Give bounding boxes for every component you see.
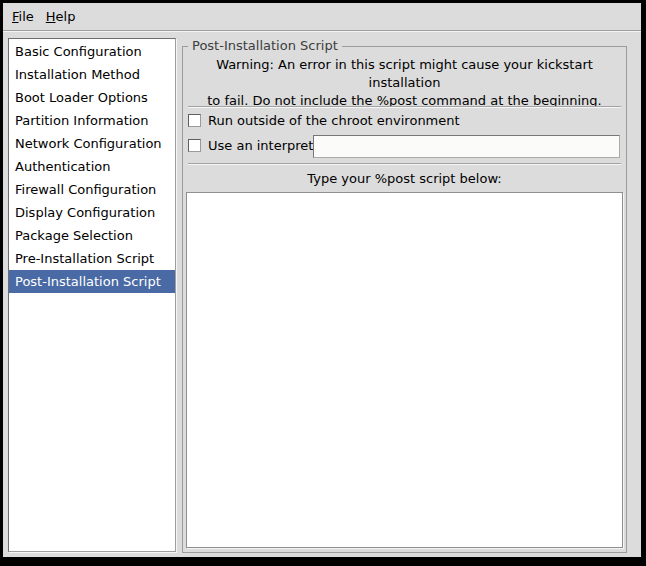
sidebar-item-post-installation-script[interactable]: Post-Installation Script bbox=[9, 270, 175, 293]
sidebar-list[interactable]: Basic ConfigurationInstallation MethodBo… bbox=[8, 38, 176, 552]
sidebar-item-pre-installation-script[interactable]: Pre-Installation Script bbox=[9, 247, 175, 270]
post-installation-frame: Post-Installation Script Warning: An err… bbox=[182, 46, 627, 553]
warning-line-1: Warning: An error in this script might c… bbox=[183, 56, 626, 92]
warning-text: Warning: An error in this script might c… bbox=[183, 56, 626, 110]
sidebar-item-basic-configuration[interactable]: Basic Configuration bbox=[9, 40, 175, 63]
script-below-label: Type your %post script below: bbox=[183, 170, 626, 187]
interpreter-checkbox-box[interactable] bbox=[188, 139, 201, 152]
sidebar-item-boot-loader-options[interactable]: Boot Loader Options bbox=[9, 86, 175, 109]
chroot-checkbox-label[interactable]: Run outside of the chroot environment bbox=[208, 110, 460, 132]
separator bbox=[188, 106, 621, 108]
sidebar-item-installation-method[interactable]: Installation Method bbox=[9, 63, 175, 86]
post-script-textarea[interactable] bbox=[186, 192, 623, 548]
frame-title: Post-Installation Script bbox=[188, 38, 342, 54]
menubar: File Help bbox=[3, 3, 641, 31]
checkbox-run-outside-chroot[interactable]: Run outside of the chroot environment bbox=[183, 110, 626, 133]
app-content: File Help Basic ConfigurationInstallatio… bbox=[3, 3, 641, 557]
menu-item-file[interactable]: File bbox=[6, 5, 40, 28]
menu-item-help[interactable]: Help bbox=[40, 5, 82, 28]
separator bbox=[188, 163, 621, 165]
checkbox-use-interpreter[interactable]: Use an interpreter: bbox=[183, 135, 626, 158]
sidebar-item-package-selection[interactable]: Package Selection bbox=[9, 224, 175, 247]
app-window: File Help Basic ConfigurationInstallatio… bbox=[0, 0, 646, 566]
sidebar-item-firewall-configuration[interactable]: Firewall Configuration bbox=[9, 178, 175, 201]
sidebar-item-network-configuration[interactable]: Network Configuration bbox=[9, 132, 175, 155]
sidebar-item-display-configuration[interactable]: Display Configuration bbox=[9, 201, 175, 224]
interpreter-input[interactable] bbox=[313, 135, 620, 158]
chroot-checkbox-box[interactable] bbox=[188, 114, 201, 127]
sidebar-item-partition-information[interactable]: Partition Information bbox=[9, 109, 175, 132]
sidebar-item-authentication[interactable]: Authentication bbox=[9, 155, 175, 178]
